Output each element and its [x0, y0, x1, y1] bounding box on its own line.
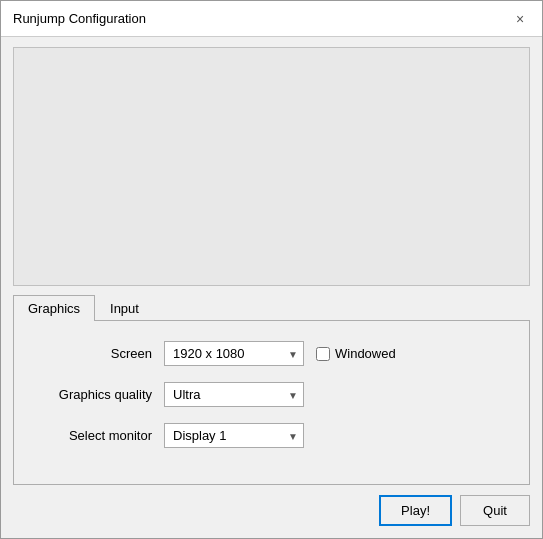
preview-area — [13, 47, 530, 286]
screen-control-group: 1920 x 1080 1280 x 720 2560 x 1440 ▼ Win… — [164, 341, 396, 366]
select-monitor-select[interactable]: Display 1 Display 2 — [164, 423, 304, 448]
select-monitor-row: Select monitor Display 1 Display 2 ▼ — [44, 423, 499, 448]
tab-input[interactable]: Input — [95, 295, 154, 321]
footer: Play! Quit — [1, 485, 542, 538]
tab-graphics[interactable]: Graphics — [13, 295, 95, 321]
graphics-quality-select[interactable]: Ultra High Medium Low — [164, 382, 304, 407]
tabs-container: Graphics Input — [13, 294, 530, 321]
quit-button[interactable]: Quit — [460, 495, 530, 526]
window: Runjump Configuration × Graphics Input S… — [0, 0, 543, 539]
screen-label: Screen — [44, 346, 164, 361]
screen-select[interactable]: 1920 x 1080 1280 x 720 2560 x 1440 — [164, 341, 304, 366]
windowed-label[interactable]: Windowed — [335, 346, 396, 361]
title-bar: Runjump Configuration × — [1, 1, 542, 37]
graphics-quality-row: Graphics quality Ultra High Medium Low ▼ — [44, 382, 499, 407]
screen-select-wrapper: 1920 x 1080 1280 x 720 2560 x 1440 ▼ — [164, 341, 304, 366]
screen-row: Screen 1920 x 1080 1280 x 720 2560 x 144… — [44, 341, 499, 366]
windowed-checkbox[interactable] — [316, 347, 330, 361]
window-title: Runjump Configuration — [13, 11, 146, 26]
graphics-quality-label: Graphics quality — [44, 387, 164, 402]
graphics-quality-select-wrapper: Ultra High Medium Low ▼ — [164, 382, 304, 407]
select-monitor-label: Select monitor — [44, 428, 164, 443]
windowed-group: Windowed — [316, 346, 396, 361]
close-button[interactable]: × — [510, 9, 530, 29]
play-button[interactable]: Play! — [379, 495, 452, 526]
select-monitor-select-wrapper: Display 1 Display 2 ▼ — [164, 423, 304, 448]
content-area: Screen 1920 x 1080 1280 x 720 2560 x 144… — [13, 321, 530, 485]
